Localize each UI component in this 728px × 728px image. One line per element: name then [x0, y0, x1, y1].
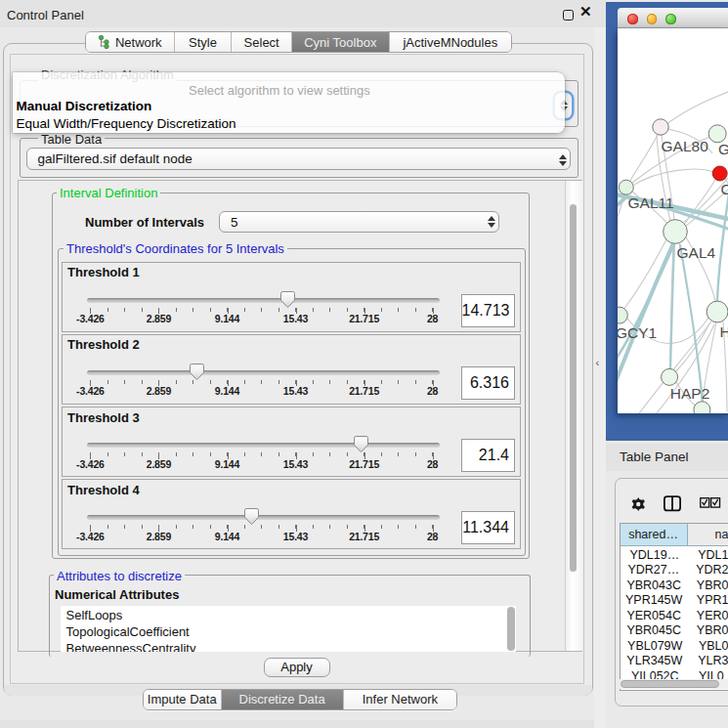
svg-text:HAP2: HAP2: [669, 385, 709, 402]
svg-text:GAL80: GAL80: [661, 138, 708, 154]
svg-text:GAL11: GAL11: [627, 194, 673, 211]
svg-text:C: C: [720, 181, 728, 197]
svg-text:GAL4: GAL4: [676, 244, 715, 261]
svg-text:GA: GA: [718, 141, 728, 157]
svg-text:GCY1: GCY1: [618, 324, 657, 341]
svg-text:HA: HA: [719, 323, 728, 340]
